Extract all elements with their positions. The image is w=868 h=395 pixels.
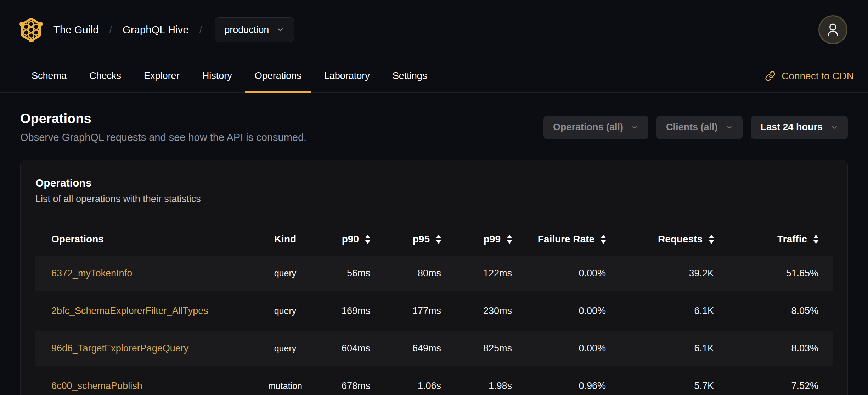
column-header-label: Requests bbox=[658, 234, 703, 245]
nav-tab-operations[interactable]: Operations bbox=[255, 59, 301, 92]
breadcrumb-separator: / bbox=[199, 24, 202, 35]
cell-p90: 169ms bbox=[328, 305, 384, 316]
column-header-operations: Operations bbox=[35, 234, 243, 245]
chevron-down-icon bbox=[276, 25, 284, 34]
nav-tab-explorer[interactable]: Explorer bbox=[144, 59, 180, 92]
column-header-requests: Requests bbox=[620, 234, 728, 245]
cell-failure-rate: 0.00% bbox=[526, 305, 620, 316]
cell-failure-rate: 0.00% bbox=[526, 343, 620, 354]
nav-tab-label: Checks bbox=[89, 70, 121, 81]
nav-tab-schema[interactable]: Schema bbox=[32, 59, 67, 92]
topbar: The Guild / GraphQL Hive / production bbox=[0, 0, 868, 59]
connect-cdn-label: Connect to CDN bbox=[782, 70, 854, 82]
sort-asc-icon bbox=[365, 235, 370, 238]
nav-tab-label: Laboratory bbox=[324, 70, 370, 81]
user-icon bbox=[826, 22, 840, 38]
breadcrumb: The Guild / GraphQL Hive / production bbox=[19, 17, 294, 42]
sort-desc-icon bbox=[436, 240, 441, 244]
nav-tab-checks[interactable]: Checks bbox=[89, 59, 121, 92]
sort-asc-icon bbox=[507, 235, 512, 238]
table-row[interactable]: 6c00_schemaPublish mutation 678ms 1.06s … bbox=[35, 368, 833, 395]
nav-tabs: SchemaChecksExplorerHistoryOperationsLab… bbox=[32, 59, 427, 92]
filter-dropdown[interactable]: Operations (all) bbox=[543, 116, 648, 139]
sort-icon[interactable] bbox=[813, 235, 818, 244]
cell-traffic: 7.52% bbox=[728, 380, 833, 391]
column-header-label: Operations bbox=[51, 234, 104, 245]
table-row[interactable]: 6372_myTokenInfo query 56ms 80ms 122ms 0… bbox=[35, 256, 833, 291]
target-selector[interactable]: production bbox=[215, 17, 294, 42]
nav-tab-label: Schema bbox=[32, 70, 67, 81]
cell-p99: 122ms bbox=[455, 268, 526, 279]
sort-asc-icon bbox=[436, 235, 441, 238]
hive-logo-icon bbox=[19, 17, 43, 42]
cell-p90: 678ms bbox=[328, 380, 384, 391]
cell-operation: 96d6_TargetExplorerPageQuery bbox=[35, 343, 243, 354]
breadcrumb-separator: / bbox=[109, 24, 112, 35]
column-header-label: Failure Rate bbox=[538, 234, 594, 245]
column-header-traffic: Traffic bbox=[728, 234, 833, 245]
column-header-label: p99 bbox=[484, 234, 501, 245]
sort-icon[interactable] bbox=[507, 235, 512, 244]
cell-operation: 2bfc_SchemaExplorerFilter_AllTypes bbox=[35, 305, 243, 316]
cell-requests: 5.7K bbox=[620, 380, 728, 391]
cell-p90: 604ms bbox=[328, 343, 384, 354]
link-icon bbox=[765, 71, 776, 81]
operation-link[interactable]: 6c00_schemaPublish bbox=[51, 380, 142, 391]
filter-dropdown-label: Operations (all) bbox=[553, 122, 623, 133]
cell-p99: 825ms bbox=[455, 343, 526, 354]
project-name[interactable]: GraphQL Hive bbox=[123, 24, 189, 36]
cell-p95: 177ms bbox=[384, 305, 455, 316]
column-header-label: p95 bbox=[413, 234, 430, 245]
operation-link[interactable]: 96d6_TargetExplorerPageQuery bbox=[51, 343, 188, 354]
cell-traffic: 8.03% bbox=[728, 343, 833, 354]
target-selector-value: production bbox=[224, 24, 269, 35]
column-header-label: p90 bbox=[342, 234, 359, 245]
filter-dropdown-label: Clients (all) bbox=[666, 122, 718, 133]
sort-desc-icon bbox=[365, 240, 370, 244]
nav-tab-label: History bbox=[202, 70, 232, 81]
org-name[interactable]: The Guild bbox=[53, 24, 99, 36]
operation-link[interactable]: 6372_myTokenInfo bbox=[51, 268, 132, 279]
column-header-kind: Kind bbox=[243, 234, 328, 245]
nav-tab-label: Settings bbox=[393, 70, 427, 81]
page-subtitle: Observe GraphQL requests and see how the… bbox=[20, 132, 306, 143]
nav-tab-laboratory[interactable]: Laboratory bbox=[324, 59, 370, 92]
connect-cdn-link[interactable]: Connect to CDN bbox=[765, 59, 854, 92]
table-row[interactable]: 96d6_TargetExplorerPageQuery query 604ms… bbox=[35, 331, 833, 366]
filter-dropdown-label: Last 24 hours bbox=[760, 122, 823, 133]
column-header-p90: p90 bbox=[328, 234, 384, 245]
column-header-label: Traffic bbox=[777, 234, 807, 245]
sort-desc-icon bbox=[601, 240, 606, 244]
chevron-down-icon bbox=[725, 124, 733, 131]
filter-dropdown[interactable]: Clients (all) bbox=[656, 116, 743, 139]
column-header-failure-rate: Failure Rate bbox=[526, 234, 620, 245]
nav-tab-history[interactable]: History bbox=[202, 59, 232, 92]
sort-icon[interactable] bbox=[709, 235, 714, 244]
page-title-block: Operations Observe GraphQL requests and … bbox=[20, 111, 306, 143]
operation-link[interactable]: 2bfc_SchemaExplorerFilter_AllTypes bbox=[51, 305, 208, 316]
cell-kind: query bbox=[243, 343, 328, 354]
page-head: Operations Observe GraphQL requests and … bbox=[20, 111, 848, 143]
cell-traffic: 8.05% bbox=[728, 305, 833, 316]
table-row[interactable]: 2bfc_SchemaExplorerFilter_AllTypes query… bbox=[35, 293, 833, 328]
cell-traffic: 51.65% bbox=[728, 268, 833, 279]
filter-dropdown[interactable]: Last 24 hours bbox=[751, 116, 848, 139]
sort-asc-icon bbox=[709, 235, 714, 238]
cell-kind: mutation bbox=[243, 381, 328, 391]
sort-icon[interactable] bbox=[436, 235, 441, 244]
cell-failure-rate: 0.96% bbox=[526, 380, 620, 391]
cell-kind: query bbox=[243, 306, 328, 316]
sort-asc-icon bbox=[601, 235, 606, 238]
card-title: Operations bbox=[35, 177, 833, 189]
main-content: Operations Observe GraphQL requests and … bbox=[0, 111, 868, 395]
cell-p95: 80ms bbox=[384, 268, 455, 279]
sort-icon[interactable] bbox=[365, 235, 370, 244]
column-header-p99: p99 bbox=[455, 234, 526, 245]
user-avatar[interactable] bbox=[818, 15, 847, 44]
sort-desc-icon bbox=[507, 240, 512, 244]
column-header-label: Kind bbox=[274, 234, 296, 245]
nav-tab-settings[interactable]: Settings bbox=[393, 59, 427, 92]
cell-operation: 6c00_schemaPublish bbox=[35, 380, 243, 391]
card-subtitle: List of all operations with their statis… bbox=[35, 194, 833, 205]
sort-icon[interactable] bbox=[601, 235, 606, 244]
